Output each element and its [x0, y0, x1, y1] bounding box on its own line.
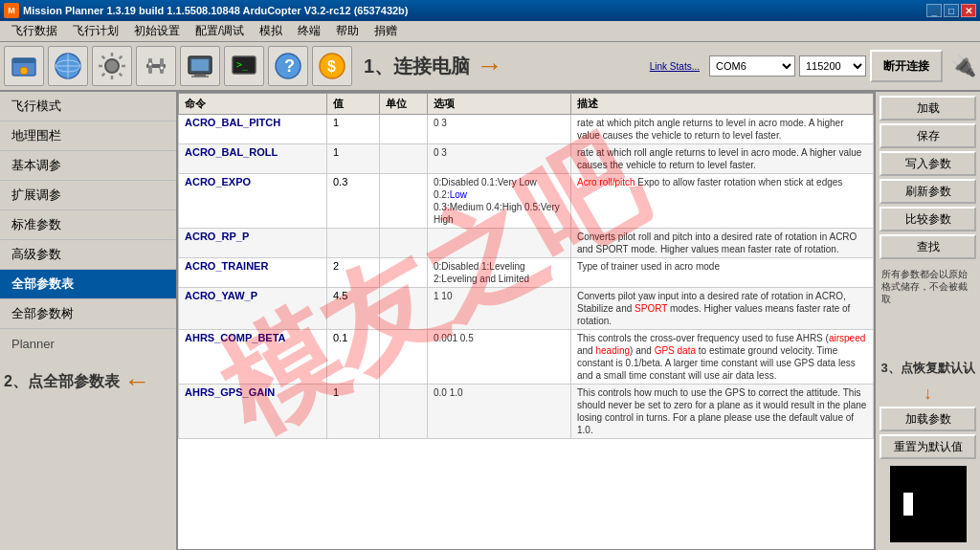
- table-row[interactable]: ACRO_BAL_PITCH 1 0 3 rate at which pitch…: [179, 115, 874, 144]
- menu-initial-setup[interactable]: 初始设置: [126, 21, 188, 41]
- param-value[interactable]: 2: [327, 258, 380, 288]
- param-table-wrapper[interactable]: 命令 值 单位 选项 描述 ACRO_BAL_PITCH 1 0 3 rate …: [177, 92, 875, 550]
- menu-config[interactable]: 配置/调试: [188, 21, 252, 41]
- table-row[interactable]: ACRO_RP_P Converts pilot roll and pitch …: [179, 229, 874, 258]
- app-icon: M: [4, 3, 19, 18]
- sidebar-item-all-params-table[interactable]: 全部参数表: [0, 270, 176, 299]
- param-value[interactable]: [327, 229, 380, 258]
- toolbar-terminal[interactable]: >_: [224, 46, 264, 86]
- save-btn[interactable]: 保存: [880, 123, 976, 148]
- param-description: This controls how much to use the GPS to…: [571, 385, 874, 439]
- find-btn[interactable]: 查找: [880, 234, 976, 259]
- step3-label: 3、点恢复默认认: [880, 360, 976, 377]
- param-name: ACRO_BAL_PITCH: [179, 115, 327, 144]
- param-name: ACRO_TRAINER: [179, 258, 327, 288]
- param-options: 0 3: [428, 144, 571, 174]
- toolbar: >_ ? $ 1、连接电脑 → Link Stats... COM6 11520…: [0, 42, 980, 92]
- step3-arrow: ↓: [880, 384, 976, 404]
- param-unit: [380, 229, 428, 258]
- param-value[interactable]: 1: [327, 385, 380, 439]
- param-description: Type of trainer used in acro mode: [571, 258, 874, 288]
- param-value[interactable]: 0.1: [327, 330, 380, 385]
- table-row[interactable]: ACRO_YAW_P 4.5 1 10 Converts pilot yaw i…: [179, 288, 874, 330]
- param-description: rate at which pitch angle returns to lev…: [571, 115, 874, 144]
- qr-code: [890, 466, 967, 542]
- write-params-btn[interactable]: 写入参数: [880, 151, 976, 176]
- param-unit: [380, 174, 428, 229]
- param-options: 0:Disabled 0.1:Very Low 0.2:Low0.3:Mediu…: [428, 174, 571, 229]
- menu-terminal[interactable]: 终端: [290, 21, 328, 41]
- step1-label: 1、连接电脑: [364, 54, 470, 79]
- link-stats[interactable]: Link Stats...: [650, 61, 700, 72]
- toolbar-help[interactable]: ?: [268, 46, 308, 86]
- baud-rate-select[interactable]: 115200: [799, 55, 866, 77]
- svg-point-7: [105, 59, 119, 73]
- menu-simulation[interactable]: 模拟: [252, 21, 290, 41]
- param-description: Converts pilot yaw input into a desired …: [571, 288, 874, 330]
- right-panel-note: 所有参数都会以原始格式储存，不会被截取: [880, 266, 976, 307]
- step2-label: 2、点全部参数表: [4, 372, 120, 392]
- param-value[interactable]: 4.5: [327, 288, 380, 330]
- svg-point-2: [20, 67, 28, 75]
- menu-help[interactable]: 帮助: [328, 21, 367, 41]
- table-row[interactable]: ACRO_EXPO 0.3 0:Disabled 0.1:Very Low 0.…: [179, 174, 874, 229]
- param-value[interactable]: 1: [327, 144, 380, 174]
- load-btn[interactable]: 加载: [880, 96, 976, 121]
- param-options: 1 10: [428, 288, 571, 330]
- header-desc: 描述: [571, 94, 874, 115]
- menu-flight-plan[interactable]: 飞行计划: [65, 21, 126, 41]
- param-unit: [380, 115, 428, 144]
- param-unit: [380, 144, 428, 174]
- sidebar-item-geofence[interactable]: 地理围栏: [0, 121, 176, 151]
- plug-icon: 🔌: [950, 54, 976, 78]
- load-params-btn[interactable]: 加载参数: [880, 407, 976, 431]
- close-btn[interactable]: ✕: [961, 4, 976, 17]
- param-unit: [380, 385, 428, 439]
- sidebar-item-all-params-tree[interactable]: 全部参数树: [0, 299, 176, 329]
- content-area: 命令 值 单位 选项 描述 ACRO_BAL_PITCH 1 0 3 rate …: [177, 92, 875, 550]
- sidebar-item-standard-params[interactable]: 标准参数: [0, 210, 176, 240]
- menu-fly-data[interactable]: 飞行数据: [4, 21, 65, 41]
- toolbar-donate[interactable]: $: [312, 46, 352, 86]
- param-value[interactable]: 1: [327, 115, 380, 144]
- toolbar-config[interactable]: [136, 46, 176, 86]
- param-options: [428, 229, 571, 258]
- svg-rect-11: [148, 62, 152, 66]
- table-row[interactable]: ACRO_TRAINER 2 0:Disabled 1:Leveling 2:L…: [179, 258, 874, 288]
- param-value[interactable]: 0.3: [327, 174, 380, 229]
- maximize-btn[interactable]: □: [944, 4, 959, 17]
- refresh-params-btn[interactable]: 刷新参数: [880, 179, 976, 204]
- svg-rect-14: [191, 59, 209, 71]
- step2-arrow: ←: [123, 366, 150, 397]
- param-table: 命令 值 单位 选项 描述 ACRO_BAL_PITCH 1 0 3 rate …: [178, 93, 874, 439]
- param-description: This controls the cross-over frequency u…: [571, 330, 874, 385]
- header-val: 值: [327, 94, 380, 115]
- sidebar-item-extended-tuning[interactable]: 扩展调参: [0, 181, 176, 210]
- com-port-select[interactable]: COM6: [709, 55, 795, 77]
- table-row[interactable]: ACRO_BAL_ROLL 1 0 3 rate at which roll a…: [179, 144, 874, 174]
- sidebar-item-basic-tuning[interactable]: 基本调参: [0, 151, 176, 181]
- sidebar: 飞行模式 地理围栏 基本调参 扩展调参 标准参数 高级参数 全部参数表 全部参数…: [0, 92, 177, 550]
- sidebar-item-advanced-params[interactable]: 高级参数: [0, 240, 176, 270]
- toolbar-fly-data[interactable]: [4, 46, 44, 86]
- sidebar-planner-label: Planner: [0, 329, 176, 359]
- param-description: Converts pilot roll and pitch into a des…: [571, 229, 874, 258]
- compare-params-btn[interactable]: 比较参数: [880, 207, 976, 231]
- sidebar-item-fly-mode[interactable]: 飞行模式: [0, 92, 176, 121]
- toolbar-initial-setup[interactable]: [92, 46, 132, 86]
- param-description: Acro roll/pitch Expo to allow faster rot…: [571, 174, 874, 229]
- toolbar-simulation[interactable]: [180, 46, 220, 86]
- connect-button[interactable]: 断开连接: [870, 50, 943, 82]
- header-cmd: 命令: [179, 94, 327, 115]
- step1-arrow: →: [476, 51, 502, 81]
- param-unit: [380, 258, 428, 288]
- table-row[interactable]: AHRS_GPS_GAIN 1 0.0 1.0 This controls ho…: [179, 385, 874, 439]
- param-name: ACRO_YAW_P: [179, 288, 327, 330]
- minimize-btn[interactable]: _: [926, 4, 942, 17]
- svg-rect-12: [160, 66, 164, 70]
- reset-default-btn[interactable]: 重置为默认值: [880, 434, 976, 459]
- svg-text:>_: >_: [236, 59, 249, 71]
- menu-donate[interactable]: 捐赠: [367, 21, 405, 41]
- table-row[interactable]: AHRS_COMP_BETA 0.1 0.001 0.5 This contro…: [179, 330, 874, 385]
- toolbar-flight-plan[interactable]: [48, 46, 88, 86]
